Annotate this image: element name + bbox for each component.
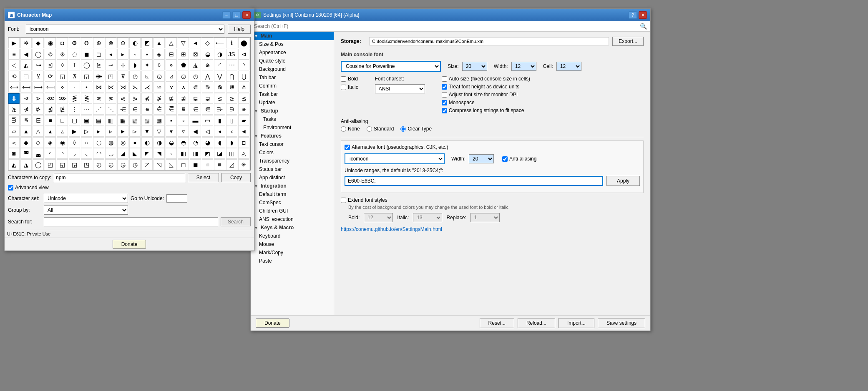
char-cell[interactable]: ◳: [81, 159, 92, 170]
char-cell[interactable]: ⋽: [8, 115, 20, 126]
search-input[interactable]: [44, 217, 218, 226]
char-cell[interactable]: ◙: [8, 148, 20, 159]
char-cell[interactable]: ▻: [129, 126, 141, 137]
bold2-select[interactable]: 12: [364, 213, 393, 222]
char-cell[interactable]: ◇: [202, 38, 213, 48]
char-cell[interactable]: ◭: [20, 60, 32, 70]
char-cell[interactable]: △: [166, 38, 177, 48]
char-cell[interactable]: ▪: [166, 115, 177, 126]
char-cell[interactable]: ⋋: [129, 82, 141, 93]
char-cell[interactable]: ◀: [190, 126, 201, 137]
char-cell[interactable]: ⋲: [117, 104, 128, 115]
maximize-button[interactable]: □: [232, 11, 241, 19]
char-cell[interactable]: ◌: [93, 137, 104, 148]
char-cell[interactable]: ▨: [141, 115, 153, 126]
char-cell[interactable]: ⋜: [93, 93, 104, 104]
char-cell[interactable]: ⊗: [105, 38, 116, 48]
advanced-view-label[interactable]: Advanced view: [8, 185, 49, 190]
char-cell[interactable]: ◛: [33, 148, 44, 159]
char-cell[interactable]: ◦: [166, 148, 177, 159]
char-cell[interactable]: ☀: [238, 159, 249, 170]
char-cell[interactable]: ◈: [45, 137, 56, 148]
char-cell[interactable]: JS: [226, 49, 237, 60]
export-button[interactable]: Export...: [612, 37, 644, 46]
char-cell[interactable]: ◉: [45, 38, 56, 48]
char-cell[interactable]: ◐: [141, 137, 153, 148]
console-font-select[interactable]: Cousine for Powerline: [341, 61, 441, 72]
char-cell[interactable]: ◉: [57, 137, 68, 148]
alt-font-label[interactable]: Alternative font (pseudographics, CJK, e…: [345, 144, 448, 150]
char-cell[interactable]: ⊚: [45, 49, 56, 60]
font-select[interactable]: icomoon: [26, 25, 224, 34]
char-cell[interactable]: ▯: [226, 115, 237, 126]
char-cell[interactable]: ◜: [214, 60, 225, 70]
char-cell[interactable]: ◺: [166, 159, 177, 170]
char-cell[interactable]: ≡: [8, 49, 20, 60]
width-select[interactable]: 12: [511, 62, 536, 71]
char-cell[interactable]: ◡: [105, 148, 116, 159]
char-cell[interactable]: ⋀: [202, 71, 213, 82]
char-cell[interactable]: ⋨: [238, 93, 249, 104]
char-cell[interactable]: ⋝: [105, 93, 116, 104]
settings-close-button[interactable]: ✕: [639, 11, 647, 19]
char-cell[interactable]: ⟽: [45, 82, 56, 93]
treat-height-label[interactable]: Treat font height as device units: [442, 84, 530, 90]
char-cell[interactable]: ◦: [129, 49, 141, 60]
char-cell[interactable]: ⋌: [141, 82, 153, 93]
char-cell[interactable]: ▴: [45, 126, 56, 137]
char-cell[interactable]: ⋮: [69, 104, 80, 115]
char-cell[interactable]: ▸: [93, 126, 104, 137]
char-cell[interactable]: ⋠: [141, 93, 153, 104]
char-cell[interactable]: ⊺: [69, 60, 80, 70]
char-cell[interactable]: ⋙: [57, 93, 68, 104]
char-cell[interactable]: ▶: [8, 38, 20, 48]
cell-select[interactable]: 12: [556, 62, 581, 71]
char-cell[interactable]: ◣: [129, 148, 141, 159]
char-cell[interactable]: ◨: [190, 148, 201, 159]
storage-path-input[interactable]: [369, 37, 609, 45]
char-cell[interactable]: ▸: [117, 49, 128, 60]
char-cell[interactable]: ⋳: [129, 104, 141, 115]
char-cell[interactable]: ⟻: [20, 82, 32, 93]
char-cell[interactable]: ◶: [178, 71, 189, 82]
sidebar-item-keys---macro[interactable]: ▼Keys & Macro: [251, 223, 334, 232]
char-cell[interactable]: ✡: [57, 60, 68, 70]
char-cell[interactable]: ⊸: [105, 60, 116, 70]
sidebar-item-size---pos[interactable]: Size & Pos: [251, 40, 334, 48]
sidebar-item-ansi-execution[interactable]: ANSI execution: [251, 215, 334, 223]
char-cell[interactable]: ⊕: [93, 38, 104, 48]
char-cell[interactable]: ⋰: [93, 104, 104, 115]
char-cell[interactable]: ◆: [20, 137, 32, 148]
char-cell[interactable]: ◂: [214, 126, 225, 137]
char-cell[interactable]: ▥: [105, 115, 116, 126]
char-cell[interactable]: ◯: [33, 159, 44, 170]
char-cell[interactable]: ◹: [153, 159, 165, 170]
char-cell[interactable]: ⋿: [33, 115, 44, 126]
char-cell[interactable]: ⊙: [117, 38, 128, 48]
char-cell[interactable]: ⊟: [166, 49, 177, 60]
char-cell[interactable]: ⋄: [57, 82, 68, 93]
char-set-select[interactable]: Unicode: [44, 194, 128, 203]
sidebar-item-status-bar[interactable]: Status bar: [251, 165, 334, 173]
char-cell[interactable]: ⋊: [117, 82, 128, 93]
char-cell[interactable]: ⋛: [81, 93, 92, 104]
char-cell[interactable]: ◄: [238, 126, 249, 137]
char-cell[interactable]: ⋱: [105, 104, 116, 115]
alt-font-checkbox[interactable]: [345, 145, 350, 150]
char-cell[interactable]: ◈: [153, 49, 165, 60]
charset-select[interactable]: ANSI: [375, 84, 425, 93]
sidebar-item-features[interactable]: ▼Features: [251, 132, 334, 140]
char-cell[interactable]: ◸: [141, 159, 153, 170]
char-cell[interactable]: ▮: [214, 115, 225, 126]
char-cell[interactable]: ⋕: [8, 93, 20, 104]
char-cell[interactable]: ◲: [81, 71, 92, 82]
char-cell[interactable]: ⬤: [238, 38, 249, 48]
char-cell[interactable]: ⋺: [214, 104, 225, 115]
char-cell[interactable]: ◑: [214, 49, 225, 60]
select-button[interactable]: Select: [188, 173, 219, 182]
char-cell[interactable]: ◊: [153, 60, 165, 70]
char-cell[interactable]: ◒: [166, 137, 177, 148]
char-cell[interactable]: ◻: [178, 159, 189, 170]
char-cell[interactable]: ⋑: [202, 82, 213, 93]
alt-width-select[interactable]: 20: [469, 154, 494, 163]
